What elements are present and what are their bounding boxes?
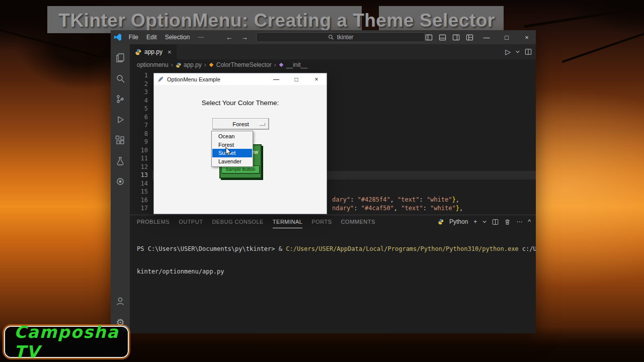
maximize-panel-icon[interactable]: ^	[528, 218, 531, 225]
symbol-class-icon	[209, 62, 214, 67]
account-icon[interactable]	[111, 291, 130, 311]
tk-titlebar[interactable]: OptionMenu Example — □ ×	[154, 73, 327, 85]
command-center-search[interactable]: tkinter	[256, 32, 425, 42]
window-minimize-button[interactable]: —	[479, 34, 494, 41]
run-dropdown-chevron-icon[interactable]	[516, 50, 520, 53]
panel-tab[interactable]: COMMENTS	[341, 216, 375, 228]
search-value: tkinter	[337, 34, 354, 41]
shell-label[interactable]: Python	[449, 218, 468, 225]
menu-bar: FileEditSelection⋯	[125, 34, 208, 41]
dropdown-option[interactable]: Forest	[212, 141, 252, 149]
code-segment: :	[354, 205, 361, 212]
line-number: 4	[130, 97, 148, 105]
source-control-icon[interactable]	[111, 88, 130, 109]
line-number: 12	[130, 163, 148, 171]
tk-maximize-button[interactable]: □	[286, 73, 306, 85]
code-segment: ndary"	[332, 205, 354, 212]
chevron-right-icon: ›	[171, 61, 173, 68]
panel-header: PROBLEMSOUTPUTDEBUG CONSOLETERMINALPORTS…	[130, 215, 536, 228]
menu-item[interactable]: Edit	[142, 34, 161, 41]
terminal-segment: C:/Users/USER/AppData/Local/Programs/Pyt…	[286, 245, 518, 252]
search-sidebar-icon[interactable]	[111, 68, 130, 88]
vscode-titlebar: FileEditSelection⋯ ← → tkinter — □ ×	[111, 30, 536, 44]
line-number-gutter: 1234567891011121314151617	[130, 71, 148, 213]
run-debug-icon[interactable]	[111, 109, 130, 130]
tab-close-icon[interactable]: ×	[168, 48, 172, 56]
panel-tab[interactable]: TERMINAL	[273, 216, 303, 228]
breadcrumb-item[interactable]: __init__	[286, 61, 307, 68]
video-title: TKinter OptionMenu: Creating a Theme Sel…	[50, 10, 503, 31]
panel-tab[interactable]: OUTPUT	[179, 216, 203, 228]
more-actions-icon[interactable]: ⋯	[516, 218, 522, 225]
breadcrumb-item[interactable]: app.py	[184, 61, 202, 68]
dropdown-option[interactable]: Lavender	[212, 157, 252, 166]
breadcrumb-item[interactable]: optionmenu	[137, 61, 169, 68]
code-segment: dary"	[332, 196, 350, 203]
split-editor-icon[interactable]	[525, 48, 532, 55]
code-segment: "white"	[427, 196, 452, 203]
explorer-icon[interactable]	[111, 47, 130, 68]
new-terminal-icon[interactable]: +	[473, 218, 477, 225]
menu-item[interactable]: File	[125, 34, 142, 41]
line-number: 17	[130, 204, 148, 213]
tk-window: OptionMenu Example — □ × Select Your Col…	[153, 73, 327, 214]
tk-minimize-button[interactable]: —	[266, 73, 286, 85]
panel-tab[interactable]: PROBLEMS	[137, 216, 170, 228]
extensions-icon[interactable]	[111, 130, 130, 150]
terminal[interactable]: PS C:\Users\USER\Documents\py\tkinter> &…	[130, 228, 536, 291]
line-number: 15	[130, 188, 148, 196]
terminal-dropdown-chevron-icon[interactable]	[482, 220, 487, 223]
bottom-panel: PROBLEMSOUTPUTDEBUG CONSOLETERMINALPORTS…	[130, 215, 536, 333]
layout-icon[interactable]	[466, 34, 473, 41]
toggle-panel-icon[interactable]	[439, 34, 446, 41]
code-segment: "#4285f4"	[358, 196, 390, 203]
window-maximize-button[interactable]: □	[500, 34, 514, 41]
terminal-line: kinter/optionmenu/app.py	[137, 268, 536, 276]
kill-terminal-icon[interactable]	[504, 219, 511, 225]
terminal-segment: PS C:\Users\USER\Documents\py\tkinter>	[137, 245, 279, 252]
toggle-sidebar-icon[interactable]	[425, 34, 433, 41]
code-segment: "text"	[397, 196, 419, 203]
code-segment: "#4caf50"	[361, 205, 394, 212]
split-terminal-icon[interactable]	[492, 219, 499, 225]
dropdown-option[interactable]: Sunset	[212, 149, 252, 157]
menu-item[interactable]: ⋯	[194, 34, 208, 41]
python-file-icon	[176, 62, 181, 68]
activity-bar: ⚙ 1	[111, 44, 130, 333]
line-number: 9	[130, 138, 148, 146]
back-icon[interactable]: ←	[226, 33, 233, 41]
tab-app-py[interactable]: app.py ×	[130, 44, 177, 59]
code-segment: }	[452, 196, 455, 203]
line-number: 5	[130, 105, 148, 113]
code-line: ndary": "#4caf50", "text": "white"},	[332, 204, 463, 213]
symbol-method-icon	[279, 62, 284, 67]
window-close-button[interactable]: ×	[520, 34, 534, 41]
code-segment: "text"	[401, 205, 423, 212]
panel-tab[interactable]: PORTS	[311, 216, 332, 228]
target-icon[interactable]	[111, 171, 130, 192]
toggle-secondary-sidebar-icon[interactable]	[452, 34, 460, 41]
theme-optionmenu-button[interactable]: Forest	[212, 118, 269, 130]
optionmenu-indicator	[259, 123, 265, 126]
selected-theme-value: Forest	[232, 121, 249, 127]
panel-tab[interactable]: DEBUG CONSOLE	[212, 216, 263, 228]
code-segment: ,	[459, 205, 463, 212]
terminal-segment: kinter/optionmenu/app.py	[137, 268, 224, 275]
testing-icon[interactable]	[111, 150, 130, 171]
tab-bar: app.py × ▷	[130, 44, 536, 59]
forward-icon[interactable]: →	[241, 33, 248, 41]
theme-dropdown-menu: OceanForestSunsetLavender	[211, 131, 253, 167]
terminal-line: PS C:\Users\USER\Documents\py\tkinter> &…	[137, 245, 536, 253]
line-number: 3	[130, 88, 148, 97]
panel-tabs: PROBLEMSOUTPUTDEBUG CONSOLETERMINALPORTS…	[137, 216, 375, 228]
line-number: 11	[130, 154, 148, 163]
breadcrumb-item[interactable]: ColorThemeSelector	[216, 61, 272, 68]
code-segment: :	[419, 196, 426, 203]
menu-item[interactable]: Selection	[161, 34, 194, 41]
python-shell-icon	[438, 219, 444, 225]
line-number: 13	[130, 171, 148, 179]
python-file-icon	[135, 49, 141, 55]
dropdown-option[interactable]: Ocean	[212, 132, 252, 141]
run-python-file-icon[interactable]: ▷	[505, 48, 511, 56]
tk-close-button[interactable]: ×	[306, 73, 327, 85]
